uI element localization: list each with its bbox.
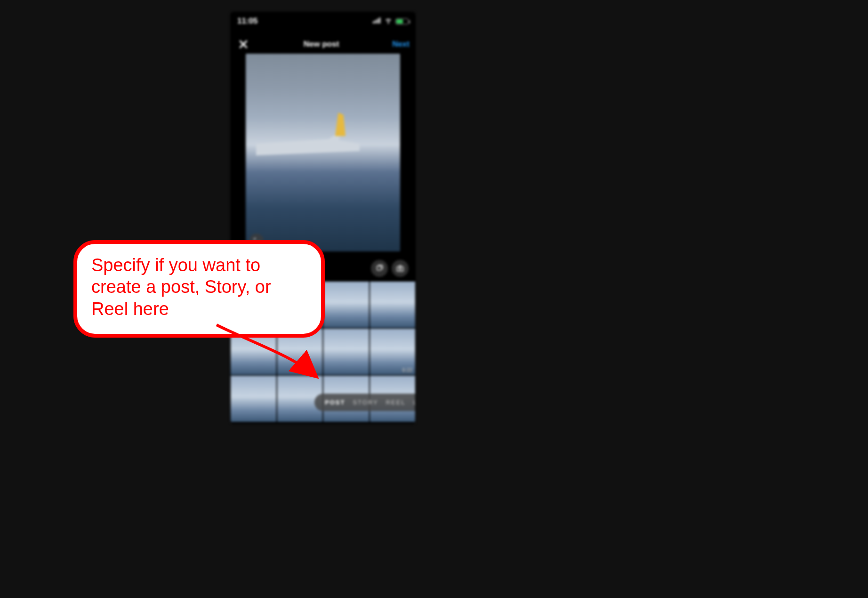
multi-select-button[interactable] — [371, 260, 388, 277]
status-time: 11:05 — [237, 16, 257, 26]
mode-reel[interactable]: REEL — [386, 399, 406, 406]
mode-story[interactable]: STORY — [353, 399, 378, 406]
svg-rect-2 — [377, 19, 378, 24]
nav-row: New post Next — [231, 34, 415, 55]
gallery-thumbnail[interactable] — [323, 282, 369, 328]
svg-rect-3 — [379, 17, 381, 24]
close-button[interactable] — [236, 37, 250, 51]
wifi-icon — [384, 16, 393, 27]
camera-button[interactable] — [392, 260, 409, 277]
mode-post[interactable]: POST — [325, 399, 345, 406]
annotation-text: Specify if you want to create a post, St… — [91, 255, 271, 319]
battery-icon — [395, 18, 409, 24]
content-type-selector: POSTSTORYREELLIVE — [314, 394, 415, 411]
svg-rect-4 — [377, 266, 381, 270]
stage: 11:05 New post Next — [0, 0, 868, 598]
mode-live[interactable]: LIVE — [413, 399, 415, 406]
annotation-callout: Specify if you want to create a post, St… — [73, 240, 325, 338]
svg-rect-5 — [397, 267, 403, 271]
next-button[interactable]: Next — [392, 40, 410, 49]
svg-rect-1 — [375, 20, 377, 24]
video-duration: 0:22 — [402, 367, 412, 373]
gallery-thumbnail[interactable] — [231, 376, 276, 422]
gallery-thumbnail[interactable] — [370, 282, 416, 328]
svg-rect-0 — [373, 21, 374, 24]
selected-photo-preview[interactable] — [246, 54, 400, 251]
nav-title: New post — [304, 40, 339, 49]
gallery-thumbnail[interactable] — [323, 329, 369, 375]
status-bar: 11:05 — [231, 12, 415, 30]
svg-point-6 — [399, 268, 402, 270]
gallery-thumbnail[interactable]: 0:22 — [370, 329, 416, 375]
signal-icon — [373, 16, 381, 26]
phone-screenshot: 11:05 New post Next — [231, 12, 415, 423]
